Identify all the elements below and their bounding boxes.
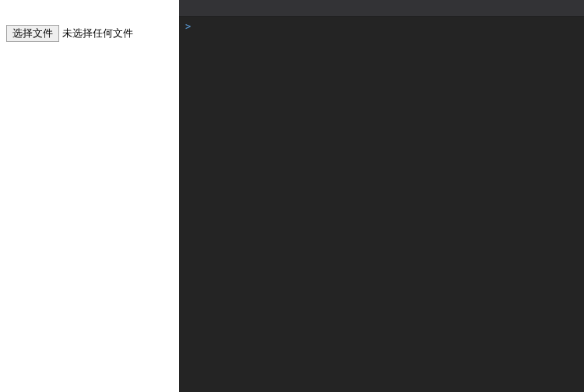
file-status-text: 未选择任何文件 xyxy=(62,26,133,40)
console-prompt-icon: > xyxy=(185,21,191,32)
file-input-row: 选择文件 未选择任何文件 xyxy=(6,25,173,42)
left-panel: 选择文件 未选择任何文件 xyxy=(0,0,179,392)
devtools-panel: > xyxy=(179,0,584,392)
console-top-bar xyxy=(179,0,584,17)
choose-file-button[interactable]: 选择文件 xyxy=(6,25,59,42)
console-body[interactable]: > xyxy=(179,17,584,392)
